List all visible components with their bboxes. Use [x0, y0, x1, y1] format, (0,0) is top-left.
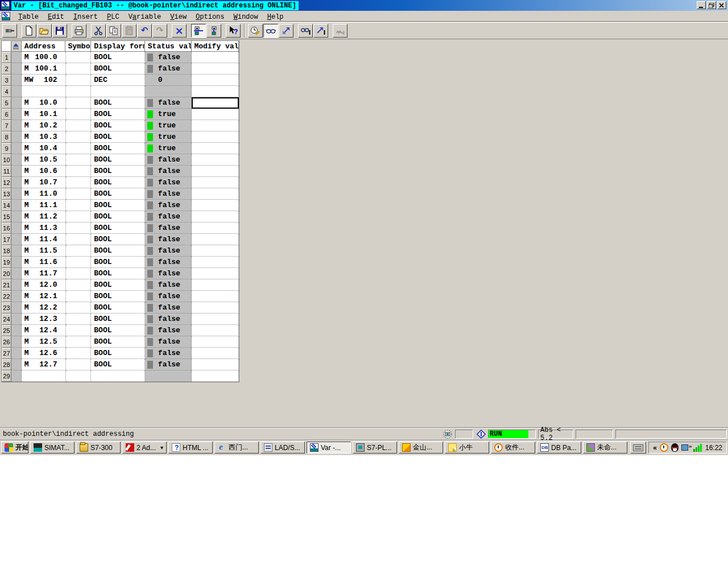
row-number[interactable]: 7: [2, 120, 11, 131]
display-format-cell[interactable]: BOOL: [91, 188, 145, 200]
row-number[interactable]: 1: [2, 52, 11, 63]
menu-item-edit[interactable]: Edit: [43, 12, 69, 22]
undo-icon[interactable]: ↶: [137, 24, 152, 38]
row-number[interactable]: 9: [2, 143, 11, 154]
address-cell[interactable]: M12.2: [22, 302, 66, 314]
address-cell[interactable]: M11.1: [22, 200, 66, 211]
chevron-down-icon[interactable]: ▾: [160, 444, 163, 451]
col-header-display-format[interactable]: Display format: [91, 41, 145, 52]
address-cell[interactable]: M12.5: [22, 336, 66, 348]
display-format-cell[interactable]: BOOL: [91, 325, 145, 336]
symbol-cell[interactable]: [66, 200, 92, 211]
row-number[interactable]: 6: [2, 109, 11, 120]
row-number[interactable]: 3: [2, 75, 11, 86]
row-number[interactable]: 27: [2, 348, 11, 359]
modify-value-cell[interactable]: [192, 177, 239, 188]
modify-value-cell[interactable]: [192, 143, 239, 154]
symbol-cell[interactable]: [66, 314, 92, 325]
modify-value-cell[interactable]: [192, 291, 239, 302]
symbol-cell[interactable]: [66, 154, 92, 166]
menu-item-window[interactable]: Window: [229, 12, 263, 22]
new-doc-icon[interactable]: [22, 24, 36, 38]
modify-value-cell[interactable]: [192, 188, 239, 200]
address-cell[interactable]: M10.2: [22, 120, 66, 131]
monitor-trigger-icon[interactable]: [248, 24, 263, 38]
address-cell[interactable]: M11.2: [22, 211, 66, 222]
display-format-cell[interactable]: BOOL: [91, 211, 145, 222]
modify-value-cell[interactable]: [192, 314, 239, 325]
redo-icon[interactable]: ↷: [152, 24, 167, 38]
monitor-variables-icon[interactable]: [263, 24, 278, 38]
taskbar-button[interactable]: HTML ...: [168, 442, 213, 453]
row-number[interactable]: 14: [2, 200, 11, 211]
row-number[interactable]: 19: [2, 257, 11, 268]
child-window-icon[interactable]: [2, 12, 10, 20]
modify-value-cell[interactable]: [192, 370, 239, 382]
modify-value-cell[interactable]: [192, 268, 239, 279]
restore-button[interactable]: [707, 1, 716, 9]
modify-value-cell[interactable]: [192, 200, 239, 211]
row-number[interactable]: 24: [2, 314, 11, 325]
display-format-cell[interactable]: BOOL: [91, 97, 145, 109]
menu-item-variable[interactable]: Variable: [124, 12, 166, 22]
display-format-cell[interactable]: BOOL: [91, 257, 145, 268]
symbol-cell[interactable]: [66, 86, 92, 97]
taskbar-button[interactable]: LAD/S...: [260, 442, 305, 453]
address-cell[interactable]: M100.1: [22, 63, 66, 75]
save-icon[interactable]: [52, 24, 67, 38]
row-number[interactable]: 2: [2, 63, 11, 75]
address-cell[interactable]: [22, 86, 66, 97]
modify-value-cell[interactable]: [192, 234, 239, 245]
row-number[interactable]: 17: [2, 234, 11, 245]
row-number[interactable]: 29: [2, 370, 11, 382]
symbol-cell[interactable]: [66, 143, 92, 154]
symbol-cell[interactable]: [66, 131, 92, 143]
row-number[interactable]: 25: [2, 325, 11, 336]
display-format-cell[interactable]: BOOL: [91, 302, 145, 314]
modify-value-cell-selected[interactable]: [192, 97, 239, 109]
address-cell[interactable]: [22, 370, 66, 382]
display-format-cell[interactable]: [91, 86, 145, 97]
address-cell[interactable]: M10.3: [22, 131, 66, 143]
symbol-cell[interactable]: [66, 279, 92, 291]
taskbar-button[interactable]: 未命...: [583, 442, 627, 453]
symbol-cell[interactable]: [66, 97, 92, 109]
row-number[interactable]: 18: [2, 245, 11, 257]
display-format-cell[interactable]: [91, 370, 145, 382]
address-cell[interactable]: M12.4: [22, 325, 66, 336]
taskbar-button[interactable]: Var -...: [307, 442, 351, 453]
symbol-cell[interactable]: [66, 336, 92, 348]
modify-value-cell[interactable]: [192, 52, 239, 63]
display-format-cell[interactable]: BOOL: [91, 154, 145, 166]
address-cell[interactable]: M12.6: [22, 348, 66, 359]
symbol-cell[interactable]: [66, 325, 92, 336]
address-cell[interactable]: M10.7: [22, 177, 66, 188]
col-header-symbol[interactable]: Symbol: [65, 41, 91, 52]
address-cell[interactable]: M11.0: [22, 188, 66, 200]
row-number[interactable]: 15: [2, 211, 11, 222]
taskbar-button[interactable]: 2 Ad...▾: [122, 442, 167, 453]
display-format-cell[interactable]: BOOL: [91, 222, 145, 234]
display-format-cell[interactable]: BOOL: [91, 120, 145, 131]
display-format-cell[interactable]: BOOL: [91, 348, 145, 359]
modify-value-cell[interactable]: [192, 86, 239, 97]
address-cell[interactable]: MW102: [22, 75, 66, 86]
display-format-cell[interactable]: BOOL: [91, 131, 145, 143]
row-number[interactable]: 21: [2, 279, 11, 291]
modify-value-cell[interactable]: [192, 302, 239, 314]
modify-variables-icon[interactable]: [279, 24, 293, 38]
address-cell[interactable]: M10.1: [22, 109, 66, 120]
symbol-cell[interactable]: [66, 188, 92, 200]
row-number[interactable]: 11: [2, 166, 11, 177]
address-cell[interactable]: M12.3: [22, 314, 66, 325]
address-cell[interactable]: M12.1: [22, 291, 66, 302]
taskbar-button[interactable]: 西门...: [214, 442, 259, 453]
display-format-cell[interactable]: BOOL: [91, 279, 145, 291]
taskbar-button[interactable]: DB Pa...: [537, 442, 581, 453]
row-number[interactable]: 5: [2, 97, 11, 109]
connect-configured-icon[interactable]: [191, 24, 206, 38]
modify-value-cell[interactable]: [192, 154, 239, 166]
display-format-cell[interactable]: BOOL: [91, 336, 145, 348]
menu-item-plc[interactable]: PLC: [102, 12, 124, 22]
taskbar-button[interactable]: SIMAT...: [30, 442, 75, 453]
